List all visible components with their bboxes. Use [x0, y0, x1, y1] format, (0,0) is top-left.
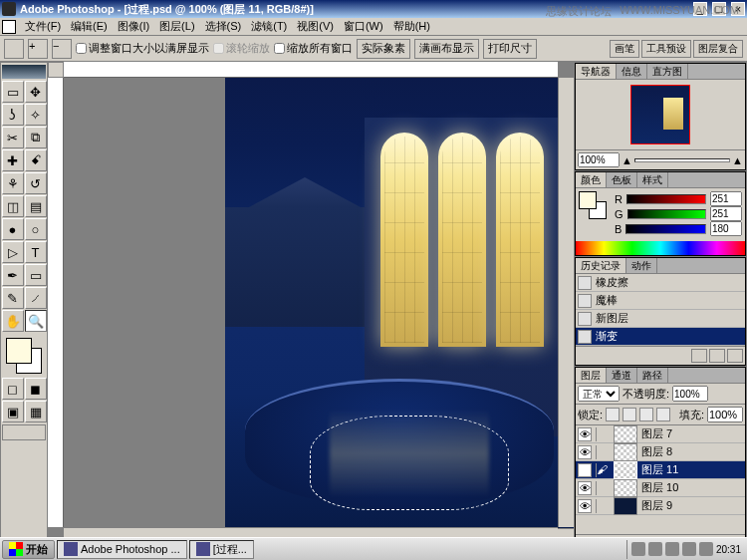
start-button[interactable]: 开始 [2, 540, 55, 559]
opt-zoom-all[interactable]: 缩放所有窗口 [274, 41, 353, 56]
layer-item[interactable]: 👁图层 10 [576, 479, 745, 497]
maximize-button[interactable]: □ [712, 2, 726, 16]
trash-button[interactable] [727, 349, 743, 363]
tab-channels[interactable]: 通道 [607, 368, 637, 383]
history-item[interactable]: 魔棒 [576, 292, 745, 310]
fill-input[interactable] [707, 407, 743, 422]
opt-fit-window[interactable]: 调整窗口大小以满屏显示 [76, 41, 209, 56]
dock-tool-presets[interactable]: 工具预设 [641, 40, 691, 58]
slice-tool[interactable]: ⧉ [25, 127, 47, 148]
tray-icon[interactable] [699, 542, 713, 556]
zoom-out-icon[interactable]: ▲ [622, 154, 632, 166]
menu-image[interactable]: 图像(I) [113, 19, 154, 34]
screen-mode-2[interactable]: ▦ [25, 401, 47, 422]
stamp-tool[interactable]: ⚘ [2, 172, 24, 194]
close-button[interactable]: × [731, 2, 745, 16]
btn-actual-pixels[interactable]: 实际象素 [357, 39, 410, 59]
path-tool[interactable]: ▷ [2, 241, 24, 263]
color-ramp[interactable] [576, 241, 745, 255]
eraser-tool[interactable]: ◫ [2, 195, 24, 217]
canvas[interactable] [225, 78, 574, 528]
gradient-tool[interactable]: ▤ [25, 195, 47, 217]
type-tool[interactable]: T [25, 241, 47, 263]
zoom-in-icon[interactable]: ▲ [732, 154, 743, 166]
minimize-button[interactable]: _ [693, 2, 707, 16]
tab-layers[interactable]: 图层 [576, 368, 607, 383]
lasso-tool[interactable]: ʖ [2, 104, 24, 126]
menu-view[interactable]: 视图(V) [292, 19, 339, 34]
tool-preset-icon[interactable] [4, 39, 24, 59]
tab-info[interactable]: 信息 [617, 64, 647, 79]
zoom-tool[interactable]: 🔍 [25, 310, 47, 332]
history-item[interactable]: 新图层 [576, 310, 745, 328]
tray-icon[interactable] [648, 542, 662, 556]
btn-fit-screen[interactable]: 满画布显示 [414, 39, 479, 59]
task-photoshop[interactable]: Adobe Photoshop ... [57, 540, 187, 559]
tray-icon[interactable] [682, 542, 696, 556]
dock-layer-comps[interactable]: 图层复合 [693, 40, 743, 58]
r-slider[interactable] [626, 194, 706, 204]
lock-all-icon[interactable] [656, 408, 670, 421]
standard-mode[interactable]: ◻ [2, 378, 24, 400]
blend-mode-select[interactable]: 正常 [578, 386, 620, 402]
tab-styles[interactable]: 样式 [637, 172, 668, 187]
wand-tool[interactable]: ✧ [25, 104, 47, 126]
task-document[interactable]: [过程... [189, 540, 254, 559]
jump-to-ir[interactable] [2, 424, 46, 440]
eye-icon[interactable]: 👁 [578, 463, 592, 477]
brush-tool[interactable]: ꗃ [25, 149, 47, 171]
zoom-in-icon[interactable]: + [28, 39, 48, 59]
eye-icon[interactable]: 👁 [578, 445, 592, 459]
color-swatch[interactable] [4, 336, 44, 376]
heal-tool[interactable]: ✚ [2, 149, 24, 171]
tab-color[interactable]: 颜色 [576, 172, 607, 187]
marquee-tool[interactable]: ▭ [2, 81, 24, 103]
b-input[interactable] [710, 221, 742, 236]
pen-tool[interactable]: ✒ [2, 264, 24, 286]
history-item[interactable]: 橡皮擦 [576, 274, 745, 292]
menu-window[interactable]: 窗口(W) [339, 19, 388, 34]
screen-mode-1[interactable]: ▣ [2, 401, 24, 422]
quickmask-mode[interactable]: ◼ [25, 378, 47, 400]
move-tool[interactable]: ✥ [25, 81, 47, 103]
opacity-input[interactable] [672, 386, 708, 402]
nav-zoom-slider[interactable] [634, 158, 730, 162]
eye-icon[interactable]: 👁 [578, 427, 592, 441]
eye-icon[interactable]: 👁 [578, 481, 592, 495]
r-input[interactable] [710, 191, 742, 206]
blur-tool[interactable]: ● [2, 218, 24, 240]
ruler-horizontal[interactable] [64, 62, 558, 78]
dodge-tool[interactable]: ○ [25, 218, 47, 240]
lock-paint-icon[interactable] [622, 408, 636, 421]
layer-item[interactable]: 👁图层 9 [576, 497, 745, 515]
g-slider[interactable] [627, 209, 706, 219]
eye-icon[interactable]: 👁 [578, 499, 592, 513]
nav-zoom-input[interactable] [578, 152, 620, 167]
btn-print-size[interactable]: 打印尺寸 [483, 39, 537, 59]
layer-item[interactable]: 👁图层 7 [576, 425, 745, 443]
panel-color-swatch[interactable] [579, 191, 607, 219]
tab-histogram[interactable]: 直方图 [647, 64, 688, 79]
ruler-vertical[interactable] [48, 78, 64, 527]
opt-scroll-zoom[interactable]: 滚轮缩放 [213, 41, 270, 56]
vertical-scrollbar[interactable] [558, 78, 574, 527]
layer-item[interactable]: 👁图层 8 [576, 443, 745, 461]
eyedropper-tool[interactable]: ⟋ [25, 287, 47, 309]
history-brush-tool[interactable]: ↺ [25, 172, 47, 194]
dock-brushes[interactable]: 画笔 [610, 40, 639, 58]
clock[interactable]: 20:31 [716, 544, 741, 555]
lock-move-icon[interactable] [639, 408, 653, 421]
hand-tool[interactable]: ✋ [2, 310, 24, 332]
shape-tool[interactable]: ▭ [25, 264, 47, 286]
b-slider[interactable] [625, 224, 706, 234]
tab-swatches[interactable]: 色板 [607, 172, 637, 187]
tray-icon[interactable] [631, 542, 645, 556]
tab-paths[interactable]: 路径 [637, 368, 668, 383]
crop-tool[interactable]: ✂ [2, 127, 24, 148]
ruler-origin[interactable] [48, 62, 64, 78]
new-doc-button[interactable] [709, 349, 725, 363]
menu-layer[interactable]: 图层(L) [154, 19, 199, 34]
snapshot-button[interactable] [691, 349, 707, 363]
menu-filter[interactable]: 滤镜(T) [246, 19, 292, 34]
menu-select[interactable]: 选择(S) [200, 19, 247, 34]
